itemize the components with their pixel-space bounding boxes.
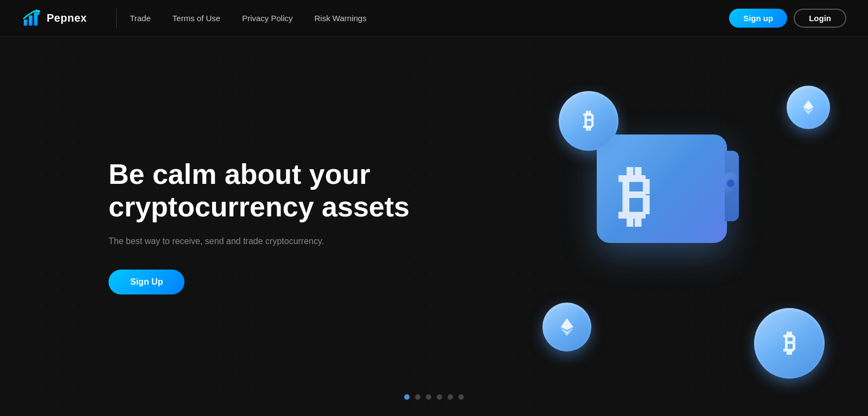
wallet-box: ₿ [597,135,727,243]
nav-terms[interactable]: Terms of Use [173,14,220,23]
eth-icon-bottom [559,317,575,337]
svg-text:₿: ₿ [618,161,651,233]
svg-rect-2 [34,12,38,25]
hero-subtitle: The best way to receive, send and trade … [108,234,412,248]
nav-actions: Sign up Login [729,9,846,28]
hero-content: Be calm about your cryptocurrency assets… [108,158,412,295]
coin-eth-bottom [542,303,591,351]
carousel-dot-3[interactable] [426,394,431,400]
hero-signup-button[interactable]: Sign Up [108,270,184,295]
nav-signup-button[interactable]: Sign up [729,9,787,28]
svg-rect-0 [24,19,28,25]
carousel-dot-1[interactable] [404,394,410,400]
eth-icon-top [802,99,814,116]
nav-risk[interactable]: Risk Warnings [315,14,367,23]
hero-illustration: ₿ ₿ ₿ [553,91,825,362]
logo[interactable]: Pepnex [22,8,87,29]
navbar: Pepnex Trade Terms of Use Privacy Policy… [0,0,868,37]
wallet-clasp [725,172,737,194]
coin-btc-top: ₿ [559,91,618,151]
brand-name: Pepnex [47,12,87,24]
nav-links: Trade Terms of Use Privacy Policy Risk W… [130,14,729,23]
hero-title: Be calm about your cryptocurrency assets [108,158,412,223]
coin-btc-bottom: ₿ [754,308,825,379]
nav-privacy[interactable]: Privacy Policy [242,14,292,23]
coin-btc-top-symbol: ₿ [583,108,594,133]
svg-rect-1 [29,15,33,25]
carousel-dot-2[interactable] [415,394,420,400]
carousel-dot-5[interactable] [448,394,453,400]
hero-section: Be calm about your cryptocurrency assets… [0,37,868,416]
nav-trade[interactable]: Trade [130,14,151,23]
carousel-dots [404,394,464,400]
coin-btc-bottom-symbol: ₿ [783,329,796,357]
svg-marker-4 [803,100,813,110]
nav-login-button[interactable]: Login [794,9,846,28]
wallet-clasp-circle [727,180,735,187]
nav-divider [116,9,117,28]
coin-eth-top [787,86,830,129]
logo-icon [22,8,42,29]
svg-marker-6 [560,318,573,330]
carousel-dot-6[interactable] [458,394,464,400]
carousel-dot-4[interactable] [437,394,442,400]
wallet-btc-symbol: ₿ [597,135,727,243]
